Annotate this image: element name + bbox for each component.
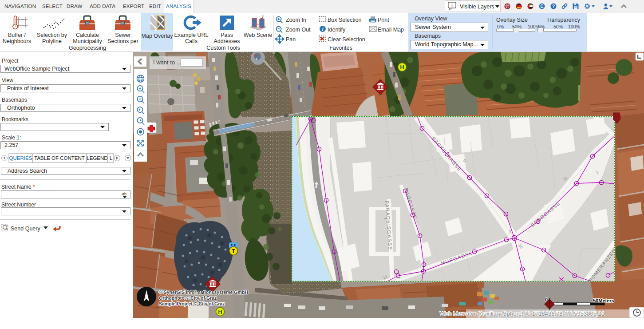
svg-text:Orthophoto © City of Graz: Orthophoto © City of Graz	[159, 295, 217, 301]
svg-text:Web Mercator (Auxiliary Sphere: Web Mercator (Auxiliary Sphere) X: 17184…	[440, 310, 604, 317]
svg-text:50Meters: 50Meters	[593, 298, 614, 303]
svg-text:T: T	[232, 248, 235, 254]
svg-text:1: 1	[383, 217, 387, 220]
svg-text:Visible Layers: Visible Layers	[460, 4, 494, 10]
svg-text:QUERIES: QUERIES	[9, 155, 32, 161]
svg-text:?: ?	[552, 4, 555, 9]
svg-text:ab: ab	[122, 192, 126, 196]
svg-text:TABLE OF CONTENT: TABLE OF CONTENT	[34, 155, 85, 161]
svg-text:© SynerGIS Informationssysteme: © SynerGIS Informationssysteme GmbH	[159, 289, 248, 295]
svg-text:H: H	[218, 309, 222, 315]
svg-text:LEGEND: LEGEND	[87, 155, 107, 161]
svg-text:H: H	[400, 64, 404, 71]
svg-text:C: C	[540, 4, 543, 9]
svg-text:Sample Project © City of Graz: Sample Project © City of Graz	[159, 301, 225, 306]
svg-text:i: i	[451, 3, 453, 8]
svg-text:L: L	[110, 155, 113, 161]
